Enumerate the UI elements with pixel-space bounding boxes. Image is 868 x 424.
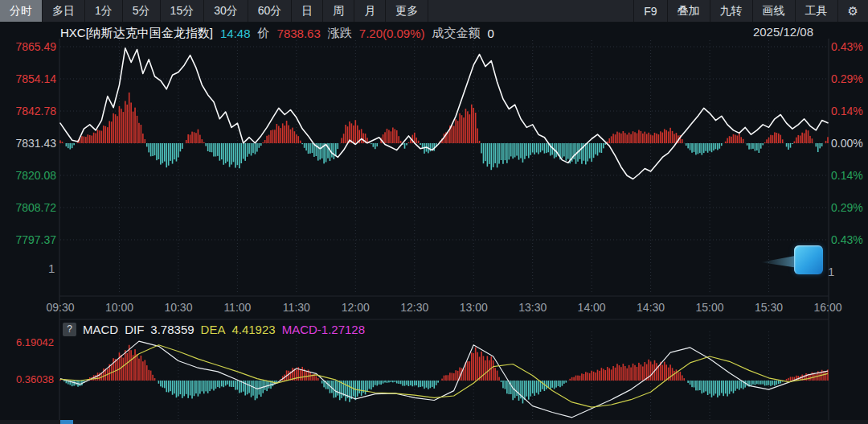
time-axis-label: 11:30 <box>283 301 310 314</box>
pct-axis-label: 0.29% <box>831 72 863 85</box>
price-axis-label: 7831.43 <box>3 137 56 150</box>
time-axis-label: 14:00 <box>578 301 606 314</box>
macd-axis-ref: 0.36038 <box>16 373 54 385</box>
volume-scale-right: 1 <box>828 265 834 278</box>
time-axis-label: 10:00 <box>105 301 133 314</box>
time-axis-label: 12:30 <box>400 301 428 314</box>
pct-axis-label: 0.14% <box>831 169 863 182</box>
macd-axis-max: 6.19042 <box>16 336 54 348</box>
dif-label: DIF <box>125 323 144 336</box>
macd-value: -1.27128 <box>317 323 365 336</box>
dif-value: 3.78359 <box>150 323 194 336</box>
price-axis-label: 7865.49 <box>3 40 56 53</box>
pct-axis-label: 0.00% <box>831 137 863 150</box>
macd-header: ? MACD DIF 3.78359 DEA 4.41923 MACD -1.2… <box>63 322 365 336</box>
volume-scale-left: 1 <box>48 261 55 275</box>
macd-indicator-label[interactable]: MACD <box>83 323 118 336</box>
time-axis-label: 10:30 <box>164 301 192 314</box>
dea-value: 4.41923 <box>231 323 275 336</box>
time-axis-label: 11:00 <box>223 301 251 314</box>
time-axis-label: 15:00 <box>696 301 724 314</box>
price-axis-label: 7808.72 <box>3 201 56 214</box>
trading-app-window: 分时多日1分5分15分30分60分日周月更多 F9叠加九转画线工具⚙ HXC[纳… <box>0 0 868 424</box>
dea-label: DEA <box>201 323 226 336</box>
horizontal-scrollbar[interactable] <box>0 420 868 424</box>
pct-axis-label: 0.14% <box>831 105 863 117</box>
help-icon[interactable]: ? <box>63 323 76 336</box>
scrollbar-thumb[interactable] <box>60 420 73 424</box>
time-axis-label: 12:00 <box>342 301 370 314</box>
time-axis-label: 16:00 <box>813 301 841 314</box>
time-axis-label: 13:00 <box>460 301 488 314</box>
price-chart-canvas[interactable] <box>0 0 868 424</box>
price-axis-label: 7820.08 <box>3 169 56 182</box>
price-axis-label: 7842.78 <box>3 105 56 117</box>
time-axis-label: 15:30 <box>755 301 783 314</box>
pct-axis-label: 0.43% <box>831 40 863 53</box>
time-axis-label: 09:30 <box>46 301 74 314</box>
macd-value-label: MACD <box>282 323 317 336</box>
pct-axis-label: 0.29% <box>831 201 863 214</box>
time-axis-label: 13:30 <box>518 301 547 314</box>
price-axis-label: 7854.14 <box>3 72 56 85</box>
time-axis-label: 14:30 <box>637 301 665 314</box>
price-axis-label: 7797.37 <box>3 233 56 246</box>
pct-axis-label: 0.43% <box>831 233 863 246</box>
